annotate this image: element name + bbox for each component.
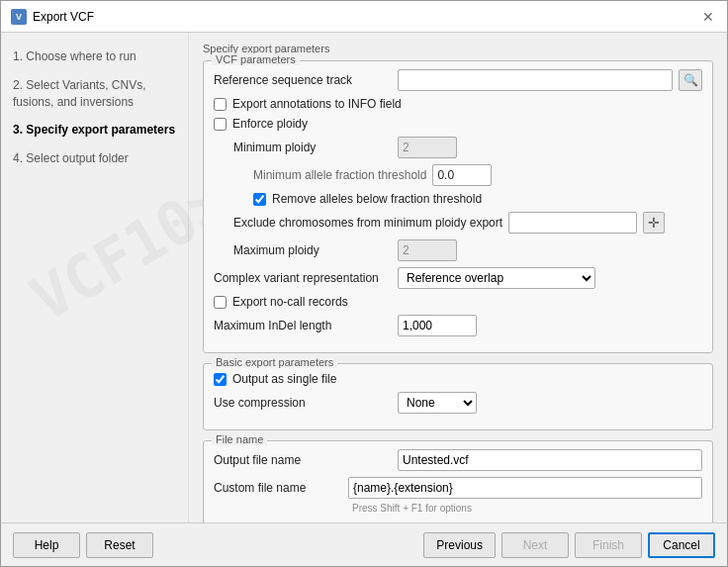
export-annotations-row: Export annotations to INFO field xyxy=(214,97,702,111)
sidebar-item-4[interactable]: 4. Select output folder xyxy=(13,150,176,167)
main-panel: Specify export parameters VCF parameters… xyxy=(189,33,727,522)
sidebar-item-1[interactable]: 1. Choose where to run xyxy=(13,48,176,65)
sidebar-item-3[interactable]: 3. Specify export parameters xyxy=(13,122,176,139)
basic-export-group: Basic export parameters Output as single… xyxy=(203,363,713,430)
output-single-checkbox[interactable] xyxy=(214,373,227,386)
max-indel-input[interactable] xyxy=(398,315,477,336)
step-4-num: 4. xyxy=(13,151,23,165)
previous-button[interactable]: Previous xyxy=(423,532,496,558)
footer-left: Help Reset xyxy=(13,532,153,558)
custom-file-row: Custom file name Press Shift + F1 for op… xyxy=(214,477,702,515)
max-indel-label: Maximum InDel length xyxy=(214,319,392,332)
step-1-num: 1. xyxy=(13,49,23,63)
reference-sequence-label: Reference sequence track xyxy=(214,73,392,87)
add-icon: ✛ xyxy=(648,215,660,231)
use-compression-label: Use compression xyxy=(214,396,392,410)
footer-right: Previous Next Finish Cancel xyxy=(423,532,715,558)
export-annotations-label[interactable]: Export annotations to INFO field xyxy=(232,97,402,111)
next-button[interactable]: Next xyxy=(501,532,569,558)
dialog-title: Export VCF xyxy=(33,10,94,24)
step-1-label: Choose where to run xyxy=(26,49,136,63)
sidebar: VCF10>00100 1. Choose where to run 2. Se… xyxy=(1,33,189,522)
title-bar-left: V Export VCF xyxy=(11,9,94,25)
min-ploidy-input[interactable] xyxy=(398,137,457,158)
dialog-icon: V xyxy=(11,9,27,25)
shift-hint-text: Press Shift + F1 for options xyxy=(348,503,472,514)
export-no-call-label[interactable]: Export no-call records xyxy=(232,295,348,309)
cancel-button[interactable]: Cancel xyxy=(648,532,715,558)
custom-file-input-row: Custom file name xyxy=(214,477,702,499)
reference-sequence-input[interactable] xyxy=(398,69,673,91)
output-file-label: Output file name xyxy=(214,453,392,467)
vcf-parameters-group: VCF parameters Reference sequence track … xyxy=(203,60,713,353)
output-file-row: Output file name xyxy=(214,449,702,471)
help-button[interactable]: Help xyxy=(13,532,80,558)
complex-variant-select[interactable]: Reference overlap Alt allele No call xyxy=(398,267,595,289)
min-ploidy-label: Minimum ploidy xyxy=(214,141,392,154)
complex-variant-row: Complex variant representation Reference… xyxy=(214,267,702,289)
remove-alleles-checkbox[interactable] xyxy=(253,193,266,206)
compression-select[interactable]: None gzip bgzip xyxy=(398,392,477,414)
output-single-row: Output as single file xyxy=(214,372,702,386)
footer: Help Reset Previous Next Finish Cancel xyxy=(1,522,727,566)
max-ploidy-row: Maximum ploidy xyxy=(214,239,702,261)
max-ploidy-input[interactable] xyxy=(398,239,457,261)
step-3-label: Specify export parameters xyxy=(26,123,175,137)
enforce-ploidy-label[interactable]: Enforce ploidy xyxy=(232,117,308,131)
custom-file-input[interactable] xyxy=(348,477,702,499)
close-button[interactable]: ✕ xyxy=(699,8,717,26)
reference-sequence-browse-button[interactable]: 🔍 xyxy=(679,69,702,91)
basic-group-title: Basic export parameters xyxy=(212,356,337,368)
reference-sequence-row: Reference sequence track 🔍 xyxy=(214,69,702,91)
finish-button[interactable]: Finish xyxy=(575,532,642,558)
step-3-num: 3. xyxy=(13,123,23,137)
step-4-label: Select output folder xyxy=(26,151,128,165)
output-file-input[interactable] xyxy=(398,449,702,471)
export-no-call-row: Export no-call records xyxy=(214,295,702,309)
browse-icon: 🔍 xyxy=(683,73,698,87)
max-indel-row: Maximum InDel length xyxy=(214,315,702,336)
max-ploidy-label: Maximum ploidy xyxy=(214,243,392,257)
remove-alleles-row: Remove alleles below fraction threshold xyxy=(214,192,702,206)
min-allele-label: Minimum allele fraction threshold xyxy=(214,168,426,182)
export-annotations-checkbox[interactable] xyxy=(214,98,227,111)
file-name-group-title: File name xyxy=(212,433,267,445)
enforce-ploidy-row: Enforce ploidy xyxy=(214,117,702,131)
add-chromosome-button[interactable]: ✛ xyxy=(643,212,665,234)
exclude-chromosomes-row: Exclude chromosomes from minimum ploidy … xyxy=(214,212,702,234)
exclude-chromosomes-label: Exclude chromosomes from minimum ploidy … xyxy=(214,216,502,230)
min-ploidy-row: Minimum ploidy xyxy=(214,137,702,158)
reset-button[interactable]: Reset xyxy=(86,532,153,558)
title-bar: V Export VCF ✕ xyxy=(1,1,727,33)
sidebar-item-2[interactable]: 2. Select Variants, CNVs, fusions, and i… xyxy=(13,77,176,111)
output-single-label[interactable]: Output as single file xyxy=(232,372,336,386)
vcf-group-title: VCF parameters xyxy=(212,53,300,65)
shift-hint-row: Press Shift + F1 for options xyxy=(214,501,472,515)
enforce-ploidy-checkbox[interactable] xyxy=(214,118,227,131)
min-allele-input[interactable] xyxy=(432,164,492,186)
min-allele-row: Minimum allele fraction threshold xyxy=(214,164,702,186)
complex-variant-label: Complex variant representation xyxy=(214,271,392,285)
file-name-group: File name Output file name Custom file n… xyxy=(203,440,713,522)
remove-alleles-label[interactable]: Remove alleles below fraction threshold xyxy=(272,192,482,206)
step-2-label: Select Variants, CNVs, fusions, and inve… xyxy=(13,78,146,109)
exclude-chromosomes-input[interactable] xyxy=(508,212,637,234)
content-area: VCF10>00100 1. Choose where to run 2. Se… xyxy=(1,33,727,522)
export-vcf-dialog: V Export VCF ✕ VCF10>00100 1. Choose whe… xyxy=(0,0,728,567)
compression-row: Use compression None gzip bgzip xyxy=(214,392,702,414)
custom-file-label: Custom file name xyxy=(214,481,342,495)
step-2-num: 2. xyxy=(13,78,23,92)
export-no-call-checkbox[interactable] xyxy=(214,296,227,309)
